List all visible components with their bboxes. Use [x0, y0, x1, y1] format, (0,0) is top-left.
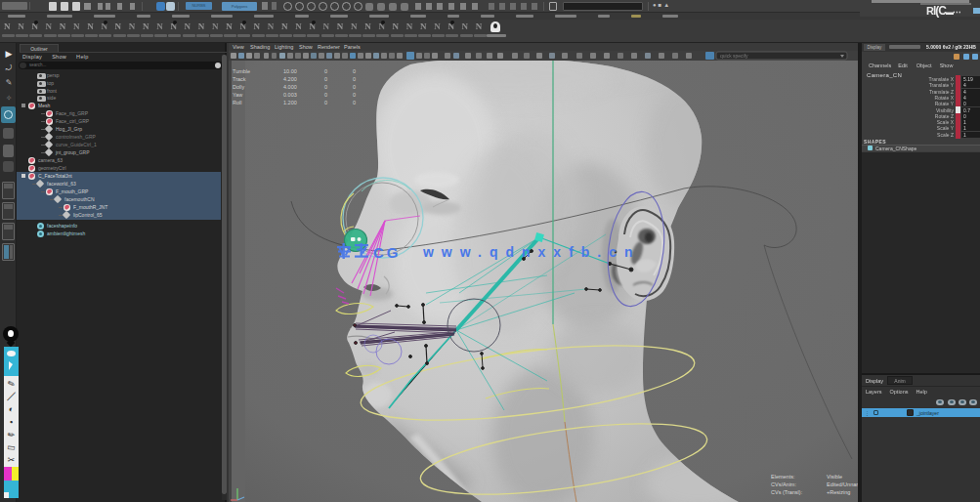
svg-text:0: 0: [353, 100, 356, 105]
svg-text:Track: Track: [233, 76, 246, 82]
svg-text:CG: CG: [373, 244, 402, 261]
svg-text:10.00: 10.00: [283, 68, 297, 74]
svg-text:0: 0: [353, 68, 356, 74]
svg-text:Roll: Roll: [233, 100, 241, 105]
svg-text:Edited/Unnamed: Edited/Unnamed: [827, 481, 858, 487]
svg-text:CVs/Anim:: CVs/Anim:: [771, 481, 796, 487]
svg-text:Yaw: Yaw: [233, 92, 242, 98]
svg-text:0: 0: [324, 76, 327, 82]
svg-text:www.qdnxxfb.cn: www.qdnxxfb.cn: [411, 244, 641, 260]
svg-text:0: 0: [353, 76, 356, 82]
svg-text:0: 0: [353, 84, 356, 90]
svg-text:0: 0: [324, 68, 327, 74]
svg-text:0: 0: [324, 100, 327, 105]
svg-text:Lighting: Lighting: [275, 44, 293, 50]
svg-text:0.003: 0.003: [283, 92, 297, 98]
svg-text:quick specify: quick specify: [720, 53, 748, 59]
svg-text:Shading: Shading: [250, 44, 270, 50]
svg-text:Panels: Panels: [344, 44, 361, 50]
svg-text:4.000: 4.000: [283, 84, 297, 90]
svg-text:View: View: [233, 44, 244, 50]
svg-text:CVs (Transl):: CVs (Transl):: [771, 489, 803, 495]
svg-text:Renderer: Renderer: [318, 44, 340, 50]
svg-text:4.200: 4.200: [283, 76, 297, 82]
svg-text:0: 0: [324, 84, 327, 90]
svg-text:Visible: Visible: [827, 474, 842, 480]
svg-text:0: 0: [353, 92, 356, 98]
svg-text:+Resizing: +Resizing: [827, 489, 850, 495]
svg-text:Show: Show: [299, 44, 313, 50]
svg-text:0: 0: [324, 92, 327, 98]
svg-text:Tumble: Tumble: [233, 68, 250, 74]
svg-text:Dolly: Dolly: [233, 84, 244, 90]
svg-text:1.200: 1.200: [283, 100, 297, 105]
svg-text:Elements:: Elements:: [771, 474, 795, 480]
